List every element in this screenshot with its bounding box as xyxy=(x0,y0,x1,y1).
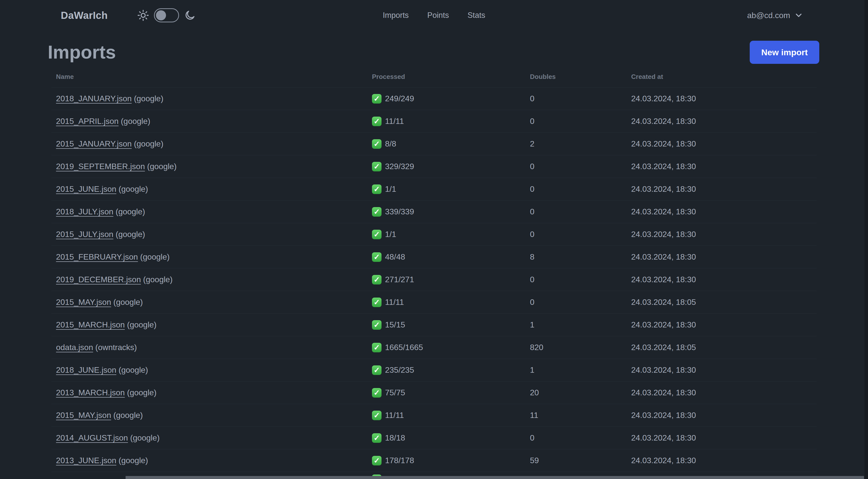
column-header-processed: Processed xyxy=(372,73,530,81)
doubles-count: 820 xyxy=(530,343,631,352)
doubles-count: 8 xyxy=(530,252,631,262)
created-at: 24.03.2024, 18:30 xyxy=(631,388,816,397)
imports-table: Name Processed Doubles Created at 2018_J… xyxy=(52,64,816,479)
processed-count: 15/15 xyxy=(385,320,405,329)
success-check-icon: ✓ xyxy=(372,117,381,126)
created-at: 24.03.2024, 18:05 xyxy=(631,343,816,352)
success-check-icon: ✓ xyxy=(372,184,381,194)
import-source-label: (google) xyxy=(127,388,156,397)
import-source-label: (google) xyxy=(119,365,148,375)
chevron-down-icon xyxy=(795,11,803,19)
success-check-icon: ✓ xyxy=(372,433,381,443)
sun-icon xyxy=(137,9,149,21)
import-file-link[interactable]: 2018_JANUARY.json xyxy=(56,94,132,103)
import-source-label: (google) xyxy=(119,456,148,465)
import-source-label: (google) xyxy=(119,184,148,193)
success-check-icon: ✓ xyxy=(372,320,381,330)
created-at: 24.03.2024, 18:30 xyxy=(631,456,816,465)
doubles-count: 1 xyxy=(530,365,631,375)
import-file-link[interactable]: 2015_FEBRUARY.json xyxy=(56,252,138,261)
import-source-label: (google) xyxy=(121,117,150,126)
processed-count: 271/271 xyxy=(385,275,414,284)
import-file-link[interactable]: 2013_MARCH.json xyxy=(56,388,125,397)
table-row: 2018_JULY.json (google) ✓ 339/339 0 24.0… xyxy=(52,200,816,223)
success-check-icon: ✓ xyxy=(372,456,381,466)
import-source-label: (google) xyxy=(116,207,145,216)
table-row: 2015_MAY.json (google) ✓ 11/11 11 24.03.… xyxy=(52,404,816,426)
vertical-scrollbar[interactable] xyxy=(865,0,868,479)
import-source-label: (google) xyxy=(134,139,163,148)
created-at: 24.03.2024, 18:30 xyxy=(631,230,816,239)
processed-count: 1665/1665 xyxy=(385,343,423,352)
success-check-icon: ✓ xyxy=(372,388,381,397)
doubles-count: 0 xyxy=(530,184,631,194)
doubles-count: 0 xyxy=(530,162,631,171)
import-file-link[interactable]: 2015_JANUARY.json xyxy=(56,139,132,148)
import-file-link[interactable]: 2015_MAY.json xyxy=(56,411,111,420)
new-import-button[interactable]: New import xyxy=(750,41,819,64)
table-row: 2019_DECEMBER.json (google) ✓ 271/271 0 … xyxy=(52,268,816,291)
doubles-count: 2 xyxy=(530,139,631,149)
import-source-label: (google) xyxy=(147,162,177,171)
nav-link-points[interactable]: Points xyxy=(427,11,449,20)
import-file-link[interactable]: 2013_JUNE.json xyxy=(56,456,116,465)
theme-toggle-knob xyxy=(156,10,166,20)
import-source-label: (google) xyxy=(143,275,173,284)
import-file-link[interactable]: odata.json xyxy=(56,343,93,352)
table-row: 2013_JUNE.json (google) ✓ 178/178 59 24.… xyxy=(52,449,816,472)
created-at: 24.03.2024, 18:30 xyxy=(631,433,816,443)
user-menu[interactable]: ab@cd.com xyxy=(747,11,803,20)
table-row: 2015_JANUARY.json (google) ✓ 8/8 2 24.03… xyxy=(52,132,816,155)
created-at: 24.03.2024, 18:30 xyxy=(631,139,816,149)
import-file-link[interactable]: 2015_JUNE.json xyxy=(56,184,116,193)
import-file-link[interactable]: 2018_JULY.json xyxy=(56,207,113,216)
import-source-label: (owntracks) xyxy=(95,343,137,352)
app-logo[interactable]: DaWarIch xyxy=(61,10,108,21)
created-at: 24.03.2024, 18:30 xyxy=(631,320,816,329)
table-row: 2015_MARCH.json (google) ✓ 15/15 1 24.03… xyxy=(52,313,816,336)
user-email: ab@cd.com xyxy=(747,11,790,20)
nav-link-imports[interactable]: Imports xyxy=(383,11,409,20)
processed-count: 1/1 xyxy=(385,230,396,239)
processed-count: 178/178 xyxy=(385,456,414,465)
import-file-link[interactable]: 2015_APRIL.json xyxy=(56,117,119,126)
success-check-icon: ✓ xyxy=(372,275,381,285)
import-file-link[interactable]: 2015_MARCH.json xyxy=(56,320,125,329)
import-file-link[interactable]: 2019_SEPTEMBER.json xyxy=(56,162,145,171)
created-at: 24.03.2024, 18:30 xyxy=(631,207,816,216)
nav-link-stats[interactable]: Stats xyxy=(467,11,485,20)
created-at: 24.03.2024, 18:30 xyxy=(631,411,816,420)
main-nav: ImportsPointsStats xyxy=(383,0,485,31)
processed-count: 75/75 xyxy=(385,388,405,397)
theme-toggle[interactable] xyxy=(154,8,179,22)
success-check-icon: ✓ xyxy=(372,139,381,149)
created-at: 24.03.2024, 18:30 xyxy=(631,365,816,375)
theme-switcher xyxy=(137,8,196,22)
processed-count: 18/18 xyxy=(385,433,405,443)
table-row: 2015_APRIL.json (google) ✓ 11/11 0 24.03… xyxy=(52,110,816,132)
success-check-icon: ✓ xyxy=(372,365,381,375)
table-row: 2015_JULY.json (google) ✓ 1/1 0 24.03.20… xyxy=(52,223,816,245)
table-row: 2018_JUNE.json (google) ✓ 235/235 1 24.0… xyxy=(52,359,816,381)
horizontal-scrollbar[interactable] xyxy=(126,476,864,479)
import-file-link[interactable]: 2019_DECEMBER.json xyxy=(56,275,141,284)
doubles-count: 0 xyxy=(530,117,631,126)
table-row: 2014_AUGUST.json (google) ✓ 18/18 0 24.0… xyxy=(52,426,816,449)
import-file-link[interactable]: 2018_JUNE.json xyxy=(56,365,116,375)
import-source-label: (google) xyxy=(140,252,169,261)
success-check-icon: ✓ xyxy=(372,162,381,171)
created-at: 24.03.2024, 18:30 xyxy=(631,275,816,284)
doubles-count: 11 xyxy=(530,411,631,420)
page-header: Imports New import xyxy=(48,41,819,64)
navbar: DaWarIch ImportsPointsStats xyxy=(0,0,868,31)
success-check-icon: ✓ xyxy=(372,411,381,420)
column-header-doubles: Doubles xyxy=(530,73,631,81)
processed-count: 11/11 xyxy=(385,298,404,307)
processed-count: 329/329 xyxy=(385,162,414,171)
table-row: 2018_JANUARY.json (google) ✓ 249/249 0 2… xyxy=(52,87,816,110)
import-file-link[interactable]: 2015_MAY.json xyxy=(56,298,111,307)
processed-count: 48/48 xyxy=(385,252,405,262)
import-file-link[interactable]: 2015_JULY.json xyxy=(56,230,113,239)
import-file-link[interactable]: 2014_AUGUST.json xyxy=(56,433,128,442)
processed-count: 1/1 xyxy=(385,184,396,194)
